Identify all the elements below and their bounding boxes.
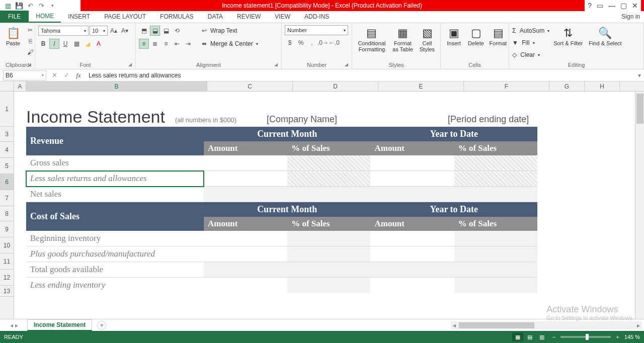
paste-button[interactable]: 📋 Paste xyxy=(3,25,23,47)
underline-button[interactable]: U xyxy=(60,39,70,49)
cell[interactable] xyxy=(370,171,454,187)
zoom-out-icon[interactable]: − xyxy=(552,334,555,340)
format-cells-button[interactable]: ▤Format xyxy=(488,25,508,47)
zoom-thumb[interactable] xyxy=(586,334,589,340)
minimize-icon[interactable]: — xyxy=(608,2,615,10)
expand-formula-icon[interactable]: ▾ xyxy=(635,72,644,79)
grid-body[interactable]: Income Statement (all numbers in $000) [… xyxy=(14,92,635,319)
cell[interactable] xyxy=(204,262,287,278)
cell[interactable] xyxy=(370,231,454,246)
cell-styles-button[interactable]: ▧Cell Styles xyxy=(417,25,437,53)
add-sheet-icon[interactable]: + xyxy=(97,321,106,330)
fx-icon[interactable]: fx xyxy=(72,70,85,80)
increase-decimal-icon[interactable]: .0→ xyxy=(318,38,328,48)
font-color-icon[interactable]: A xyxy=(94,39,104,49)
row-4[interactable]: 4 xyxy=(0,142,14,158)
sheet-tab-income[interactable]: Income Statement xyxy=(27,319,92,331)
cell[interactable] xyxy=(287,278,370,293)
cell[interactable] xyxy=(287,262,370,278)
number-format-combo[interactable]: Number▾ xyxy=(285,25,348,35)
alignment-launcher-icon[interactable]: ◢ xyxy=(274,62,280,68)
clipboard-launcher-icon[interactable]: ◢ xyxy=(28,62,34,68)
sheet-nav-prev-icon[interactable]: ◂ xyxy=(10,322,13,329)
less-ending-label[interactable]: Less ending inventory xyxy=(26,278,204,293)
beginning-inventory-label[interactable]: Beginning inventory xyxy=(26,231,204,246)
zoom-value[interactable]: 145 % xyxy=(624,334,640,340)
copy-icon[interactable]: ⎘ xyxy=(25,36,35,46)
cell[interactable] xyxy=(370,262,454,278)
hscroll-left-icon[interactable]: ◂ xyxy=(451,322,458,329)
cell[interactable] xyxy=(287,155,370,171)
zoom-slider[interactable] xyxy=(560,336,611,338)
worksheet-grid[interactable]: A B C D E F G H 1 3 4 5 6 7 8 9 10 11 12… xyxy=(0,81,644,319)
cell[interactable] xyxy=(370,246,454,262)
cell[interactable] xyxy=(204,171,287,187)
row-1[interactable]: 1 xyxy=(0,92,14,127)
find-select-button[interactable]: 🔍Find & Select xyxy=(587,25,623,47)
normal-view-icon[interactable]: ▦ xyxy=(512,332,523,341)
cell[interactable] xyxy=(204,155,287,171)
zoom-in-icon[interactable]: + xyxy=(616,334,619,340)
gross-sales-label[interactable]: Gross sales xyxy=(26,155,204,171)
cell[interactable] xyxy=(204,278,287,293)
close-icon[interactable]: ✕ xyxy=(632,2,638,10)
enter-formula-icon[interactable]: ✓ xyxy=(60,70,72,80)
tab-pagelayout[interactable]: PAGE LAYOUT xyxy=(97,11,153,23)
company-placeholder[interactable]: [Company Name] xyxy=(267,114,337,127)
font-launcher-icon[interactable]: ◢ xyxy=(128,62,134,68)
hscroll-thumb[interactable] xyxy=(459,322,534,328)
vertical-scrollbar[interactable] xyxy=(635,92,644,319)
cell[interactable] xyxy=(204,231,287,246)
align-right-icon[interactable]: ≡ xyxy=(161,39,171,49)
qa-dropdown-icon[interactable]: ▾ xyxy=(48,2,56,10)
increase-indent-icon[interactable]: ⇥ xyxy=(183,39,193,49)
row-13[interactable]: 13 xyxy=(0,286,14,297)
align-center-icon[interactable]: ≣ xyxy=(150,39,160,49)
comma-icon[interactable]: , xyxy=(307,38,317,48)
plus-goods-label[interactable]: Plus goods purchased/manufactured xyxy=(26,246,204,262)
delete-cells-button[interactable]: ▢Delete xyxy=(466,25,486,47)
cell[interactable] xyxy=(204,187,287,202)
row-10[interactable]: 10 xyxy=(0,237,14,253)
font-name-combo[interactable]: Tahoma▾ xyxy=(38,26,89,36)
cell[interactable] xyxy=(287,246,370,262)
align-middle-icon[interactable]: ⬓ xyxy=(150,26,160,36)
col-C[interactable]: C xyxy=(207,81,293,91)
redo-icon[interactable]: ↷ xyxy=(37,2,45,10)
row-12[interactable]: 12 xyxy=(0,270,14,286)
cell[interactable] xyxy=(204,246,287,262)
col-D[interactable]: D xyxy=(293,81,378,91)
col-E[interactable]: E xyxy=(378,81,464,91)
maximize-icon[interactable]: ▢ xyxy=(620,2,627,10)
net-sales-label[interactable]: Net sales xyxy=(26,187,204,202)
cell[interactable] xyxy=(370,278,454,293)
orientation-icon[interactable]: ⟲ xyxy=(172,26,182,36)
percent-icon[interactable]: % xyxy=(296,38,306,48)
decrease-indent-icon[interactable]: ⇤ xyxy=(172,39,182,49)
row-9[interactable]: 9 xyxy=(0,221,14,237)
border-icon[interactable]: ▦ xyxy=(71,39,82,49)
period-placeholder[interactable]: [Period ending date] xyxy=(448,114,529,127)
help-icon[interactable]: ? xyxy=(588,2,592,10)
tab-addins[interactable]: ADD-INS xyxy=(297,11,336,23)
col-A[interactable]: A xyxy=(14,81,26,91)
cell[interactable] xyxy=(454,155,537,171)
tab-insert[interactable]: INSERT xyxy=(61,11,97,23)
row-5[interactable]: 5 xyxy=(0,158,14,174)
col-F[interactable]: F xyxy=(464,81,549,91)
insert-cells-button[interactable]: ▣Insert xyxy=(444,25,464,47)
format-as-table-button[interactable]: ▦Format as Table xyxy=(390,25,415,53)
cell[interactable] xyxy=(454,171,537,187)
scroll-thumb[interactable] xyxy=(636,94,643,124)
col-H[interactable]: H xyxy=(585,81,620,91)
horizontal-scrollbar[interactable]: ◂ ▸ xyxy=(451,321,642,329)
undo-icon[interactable]: ↶ xyxy=(26,2,34,10)
align-bottom-icon[interactable]: ⬓ xyxy=(161,26,171,36)
col-B[interactable]: B xyxy=(26,81,207,91)
row-6[interactable]: 6 xyxy=(0,174,14,190)
conditional-formatting-button[interactable]: ▤Conditional Formatting xyxy=(355,25,388,53)
cell[interactable] xyxy=(454,262,537,278)
formula-input[interactable]: Less sales returns and allowances xyxy=(85,72,635,79)
autosum-button[interactable]: Σ AutoSum▾ xyxy=(512,25,549,36)
save-icon[interactable]: 💾 xyxy=(15,2,23,10)
